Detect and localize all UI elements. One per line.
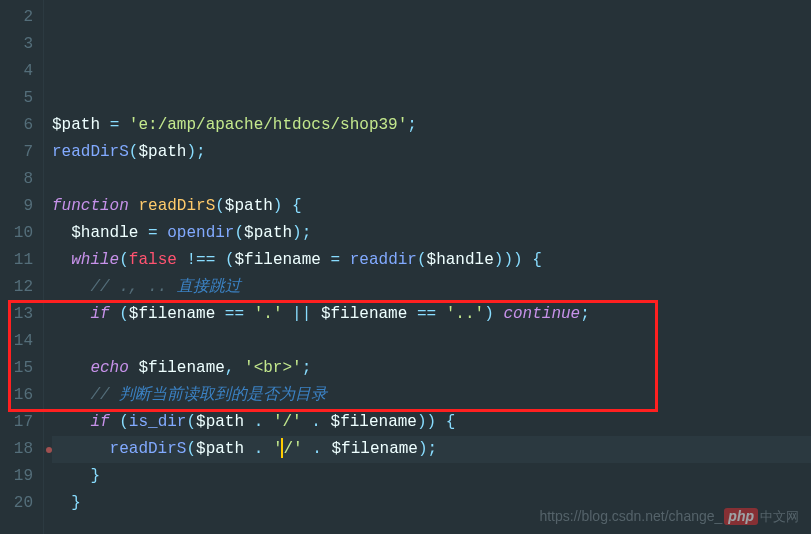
code-line[interactable]: $path = 'e:/amp/apache/htdocs/shop39';: [52, 112, 811, 139]
line-number: 11: [8, 247, 33, 274]
code-line[interactable]: echo $filename, '<br>';: [52, 355, 811, 382]
line-number: 7: [8, 139, 33, 166]
code-line[interactable]: while(false !== ($filename = readdir($ha…: [52, 247, 811, 274]
line-number-gutter: 234567891011121314151617181920: [0, 0, 44, 534]
line-number: 4: [8, 58, 33, 85]
line-number: 12: [8, 274, 33, 301]
line-number: 17: [8, 409, 33, 436]
line-number: 9: [8, 193, 33, 220]
code-line[interactable]: }: [52, 463, 811, 490]
gutter-modified-dot-icon: [46, 447, 52, 453]
code-line[interactable]: [52, 85, 811, 112]
line-number: 8: [8, 166, 33, 193]
watermark-suffix: 中文网: [760, 509, 799, 524]
code-line[interactable]: if ($filename == '.' || $filename == '..…: [52, 301, 811, 328]
watermark-url: https://blog.csdn.net/change_: [539, 508, 722, 524]
line-number: 18: [8, 436, 33, 463]
code-line[interactable]: readDirS($path . '/' . $filename);: [52, 436, 811, 463]
code-line[interactable]: if (is_dir($path . '/' . $filename)) {: [52, 409, 811, 436]
watermark: https://blog.csdn.net/change_php中文网: [539, 508, 799, 526]
line-number: 5: [8, 85, 33, 112]
code-line[interactable]: readDirS($path);: [52, 139, 811, 166]
line-number: 14: [8, 328, 33, 355]
line-number: 2: [8, 4, 33, 31]
code-line[interactable]: function readDirS($path) {: [52, 193, 811, 220]
line-number: 20: [8, 490, 33, 517]
line-number: 13: [8, 301, 33, 328]
line-number: 16: [8, 382, 33, 409]
code-line[interactable]: [52, 328, 811, 355]
line-number: 3: [8, 31, 33, 58]
watermark-brand: php: [724, 508, 758, 525]
code-line[interactable]: // ., .. 直接跳过: [52, 274, 811, 301]
code-line[interactable]: // 判断当前读取到的是否为目录: [52, 382, 811, 409]
line-number: 15: [8, 355, 33, 382]
code-editor: 234567891011121314151617181920 $path = '…: [0, 0, 811, 534]
line-number: 6: [8, 112, 33, 139]
code-line[interactable]: [52, 166, 811, 193]
line-number: 19: [8, 463, 33, 490]
code-line[interactable]: $handle = opendir($path);: [52, 220, 811, 247]
line-number: 10: [8, 220, 33, 247]
code-area[interactable]: $path = 'e:/amp/apache/htdocs/shop39';re…: [44, 0, 811, 534]
